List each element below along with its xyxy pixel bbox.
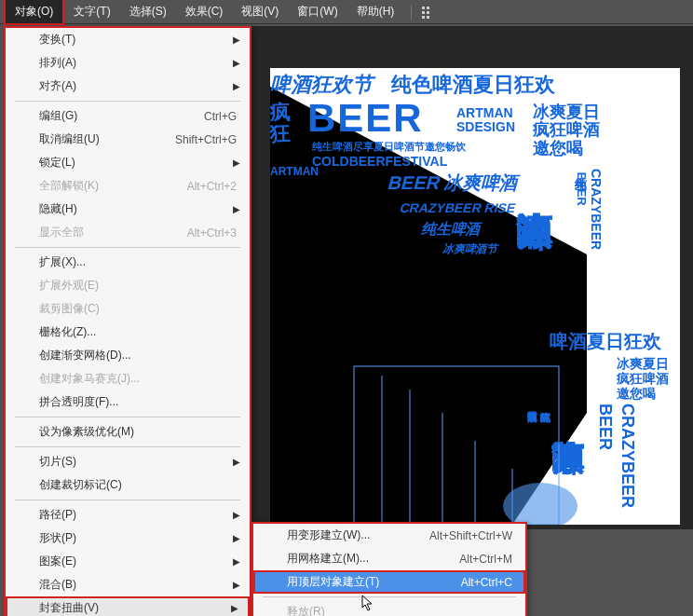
menu-object[interactable]: 对象(O) (4, 0, 64, 25)
svg-text:狂: 狂 (270, 121, 291, 145)
menu-separator (15, 500, 240, 500)
menu-help[interactable]: 帮助(H) (347, 0, 404, 23)
menu-item[interactable]: 编组(G)Ctrl+G (6, 104, 250, 128)
menu-label: 排列(A) (39, 55, 76, 71)
menu-label: 创建裁切标记(C) (39, 477, 122, 493)
menu-label: 扩展(X)... (39, 254, 86, 270)
svg-text:ARTMAN: ARTMAN (270, 165, 319, 178)
menu-label: 切片(S) (39, 454, 76, 470)
menu-item[interactable]: 创建渐变网格(D)... (6, 344, 250, 367)
menu-item[interactable]: 取消编组(U)Shift+Ctrl+G (6, 128, 250, 151)
menu-label: 路径(P) (39, 507, 76, 523)
menu-label: 变换(T) (39, 32, 75, 48)
svg-text:纯生啤酒尽享夏日啤酒节邀您畅饮: 纯生啤酒尽享夏日啤酒节邀您畅饮 (311, 141, 467, 153)
menu-label: 编组(G) (39, 108, 77, 124)
svg-text:啤酒夏日狂欢: 啤酒夏日狂欢 (550, 331, 662, 351)
svg-text:邀您喝: 邀您喝 (616, 386, 656, 401)
menu-window[interactable]: 窗口(W) (288, 0, 346, 23)
menu-item[interactable]: 封套扭曲(V)▶ (6, 596, 250, 616)
menu-label: 扩展外观(E) (39, 278, 99, 294)
svg-text:啤酒狂欢节: 啤酒狂欢节 (270, 73, 376, 96)
shortcut: Alt+Ctrl+3 (187, 226, 237, 240)
cursor-icon (361, 595, 374, 614)
menu-item[interactable]: 设为像素级优化(M) (6, 420, 250, 444)
menu-item: 显示全部Alt+Ctrl+3 (6, 221, 250, 244)
menu-label: 拼合透明度(F)... (39, 394, 118, 410)
menu-label: 创建对象马赛克(J)... (39, 371, 140, 387)
svg-text:CRAZYBEER: CRAZYBEER (589, 169, 604, 250)
menu-item[interactable]: 锁定(L)▶ (6, 151, 250, 174)
menu-label: 设为像素级优化(M) (39, 424, 134, 440)
menu-label: 取消编组(U) (39, 131, 100, 147)
svg-text:疯狂啤酒: 疯狂啤酒 (616, 371, 669, 386)
menu-separator (15, 417, 240, 418)
submenu-arrow-icon: ▶ (233, 510, 240, 520)
menu-separator (263, 596, 516, 597)
menu-item[interactable]: 排列(A)▶ (6, 51, 250, 75)
menu-separator (15, 446, 240, 447)
menu-label: 形状(P) (39, 530, 76, 546)
svg-text:ARTMAN: ARTMAN (456, 105, 513, 120)
menu-label: 裁剪图像(C) (39, 301, 100, 317)
menubar: 对象(O) 文字(T) 选择(S) 效果(C) 视图(V) 窗口(W) 帮助(H… (0, 0, 693, 24)
menu-label: 图案(E) (39, 554, 76, 569)
svg-text:CRAZYBEER: CRAZYBEER (618, 404, 637, 508)
menu-effect[interactable]: 效果(C) (176, 0, 233, 23)
menu-label: 隐藏(H) (39, 201, 77, 217)
svg-text:邀您喝: 邀您喝 (533, 139, 583, 157)
menu-item: 创建对象马赛克(J)... (6, 367, 250, 390)
menu-label: 封套扭曲(V) (39, 600, 99, 616)
submenu-arrow-icon: ▶ (233, 81, 240, 91)
svg-text:COLDBEERFESTIVAL: COLDBEERFESTIVAL (312, 154, 448, 169)
submenu-arrow-icon: ▶ (233, 34, 240, 45)
submenu-arrow-icon: ▶ (233, 204, 240, 214)
shortcut: Alt+Ctrl+C (461, 576, 512, 589)
submenu-arrow-icon: ▶ (233, 580, 240, 590)
svg-text:BEER 冰爽啤酒: BEER 冰爽啤酒 (386, 172, 521, 193)
svg-text:冰爽夏日: 冰爽夏日 (617, 356, 669, 371)
submenu-arrow-icon: ▶ (233, 58, 240, 68)
menu-separator (15, 101, 240, 102)
submenu-item[interactable]: 用网格建立(M)...Alt+Ctrl+M (253, 547, 525, 570)
menu-label: 用变形建立(W)... (287, 527, 370, 543)
submenu-item[interactable]: 用顶层对象建立(T)Alt+Ctrl+C (253, 570, 525, 594)
canvas: 啤酒狂欢节 纯色啤酒夏日狂欢 BEER ARTMAN SDESIGN 冰爽夏日 … (251, 26, 693, 529)
menu-label: 混合(B) (39, 577, 76, 593)
menu-label: 栅格化(Z)... (39, 324, 96, 340)
menu-item[interactable]: 拼合透明度(F)... (6, 390, 250, 414)
menu-item[interactable]: 图案(E)▶ (6, 550, 250, 573)
menu-item[interactable]: 创建裁切标记(C) (6, 473, 250, 497)
menu-item[interactable]: 切片(S)▶ (6, 450, 250, 473)
menu-item[interactable]: 形状(P)▶ (6, 527, 250, 550)
menu-item[interactable]: 隐藏(H)▶ (6, 198, 250, 221)
menu-item[interactable]: 对齐(A)▶ (6, 75, 250, 98)
menu-label: 对齐(A) (39, 78, 76, 94)
menu-label: 用网格建立(M)... (287, 551, 369, 567)
shortcut: Alt+Ctrl+M (459, 553, 512, 566)
menu-item: 裁剪图像(C) (6, 297, 250, 321)
menu-select[interactable]: 选择(S) (120, 0, 176, 23)
menu-item[interactable]: 栅格化(Z)... (6, 321, 250, 344)
shortcut: Ctrl+G (204, 110, 237, 123)
shortcut: Shift+Ctrl+G (175, 133, 237, 146)
menu-view[interactable]: 视图(V) (232, 0, 288, 23)
menu-separator (15, 247, 240, 248)
svg-text:疯: 疯 (270, 100, 291, 124)
submenu-item[interactable]: 用变形建立(W)...Alt+Shift+Ctrl+W (253, 524, 525, 547)
shortcut: Alt+Ctrl+2 (187, 180, 237, 193)
svg-text:疯狂啤酒: 疯狂啤酒 (532, 120, 600, 139)
menu-item[interactable]: 扩展(X)... (6, 251, 250, 274)
svg-text:CRAZYBEER RISE: CRAZYBEER RISE (399, 200, 518, 215)
menu-label: 锁定(L) (39, 155, 75, 171)
svg-text:SDESIGN: SDESIGN (456, 119, 515, 134)
submenu-arrow-icon: ▶ (231, 603, 238, 613)
submenu-arrow-icon: ▶ (233, 157, 240, 168)
divider (411, 5, 412, 20)
menu-item[interactable]: 混合(B)▶ (6, 573, 250, 596)
menu-item[interactable]: 变换(T)▶ (6, 28, 250, 51)
menu-text[interactable]: 文字(T) (64, 0, 119, 23)
menu-item[interactable]: 路径(P)▶ (6, 503, 250, 527)
arrange-icon[interactable] (421, 6, 434, 19)
svg-text:纯色啤酒夏日狂欢: 纯色啤酒夏日狂欢 (390, 73, 556, 96)
artwork[interactable]: 啤酒狂欢节 纯色啤酒夏日狂欢 BEER ARTMAN SDESIGN 冰爽夏日 … (270, 68, 680, 525)
